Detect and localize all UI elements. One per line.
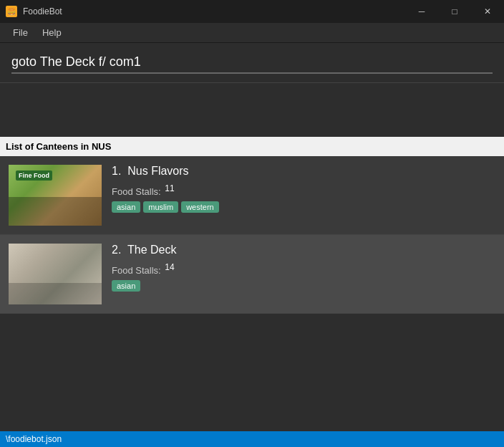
menu-file[interactable]: File: [6, 24, 35, 41]
title-bar: 🍔 FoodieBot ─ □ ✕: [0, 0, 504, 23]
command-area: [0, 43, 504, 83]
stall-count-1: 11: [165, 183, 174, 193]
window-controls: ─ □ ✕: [405, 0, 504, 23]
title-bar-left: 🍔 FoodieBot: [6, 6, 62, 17]
canteen-name-1: 1. Nus Flavors: [112, 165, 495, 178]
menu-help[interactable]: Help: [35, 24, 69, 41]
maximize-button[interactable]: □: [438, 0, 471, 23]
canteen-item-1[interactable]: 1. Nus Flavors Food Stalls: 11 asian mus…: [0, 156, 504, 235]
canteen-tags-2: asian: [112, 280, 495, 292]
canteen-image-nus-flavors: [9, 165, 102, 226]
canteen-item-2[interactable]: 2. The Deck Food Stalls: 14 asian: [0, 235, 504, 314]
close-button[interactable]: ✕: [471, 0, 504, 23]
status-bar: \foodiebot.json: [0, 431, 504, 447]
tag-asian-2: asian: [112, 280, 140, 292]
canteen-image-2: [9, 244, 102, 304]
window-title: FoodieBot: [23, 6, 62, 16]
menu-bar: File Help: [0, 23, 504, 43]
tag-muslim-1: muslim: [143, 201, 178, 213]
canteen-list: 1. Nus Flavors Food Stalls: 11 asian mus…: [0, 156, 504, 314]
minimize-button[interactable]: ─: [405, 0, 438, 23]
canteen-stalls-2: Food Stalls: 14: [112, 262, 495, 276]
canteen-name-2: 2. The Deck: [112, 244, 495, 256]
status-path: \foodiebot.json: [6, 434, 62, 444]
canteen-tags-1: asian muslim western: [112, 201, 495, 213]
stall-count-2: 14: [165, 262, 174, 272]
canteen-stalls-1: Food Stalls: 11: [112, 183, 495, 197]
canteen-info-2: 2. The Deck Food Stalls: 14 asian: [102, 244, 495, 292]
tag-asian-1: asian: [112, 201, 140, 213]
tag-western-1: western: [181, 201, 219, 213]
output-area: [0, 83, 504, 137]
canteen-image-1: [9, 165, 102, 226]
command-input[interactable]: [11, 52, 493, 74]
section-header: List of Canteens in NUS: [0, 137, 504, 156]
app-icon: 🍔: [6, 6, 17, 17]
canteen-image-the-deck: [9, 244, 102, 304]
canteen-info-1: 1. Nus Flavors Food Stalls: 11 asian mus…: [102, 165, 495, 213]
